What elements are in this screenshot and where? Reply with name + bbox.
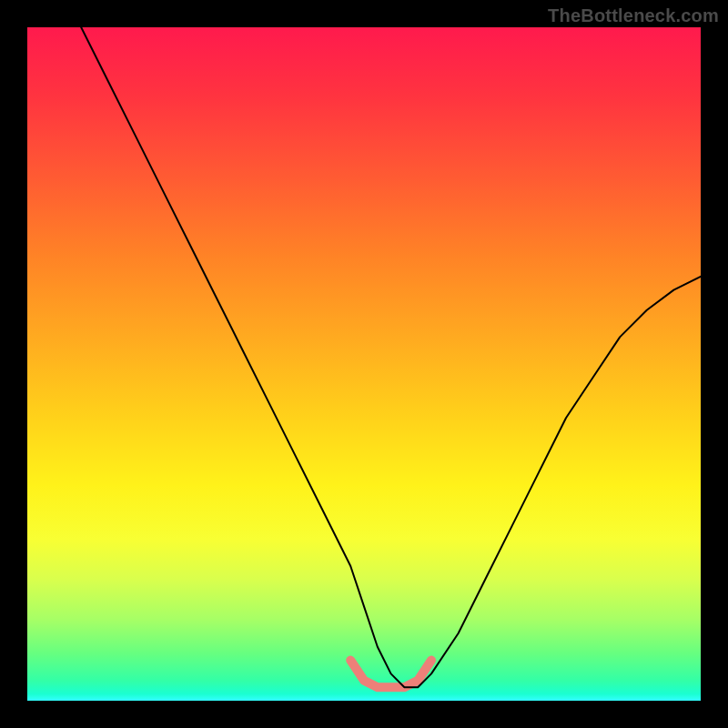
curve-layer bbox=[27, 27, 701, 701]
watermark-text: TheBottleneck.com bbox=[548, 5, 719, 26]
plot-area bbox=[27, 27, 701, 701]
chart-frame: TheBottleneck.com bbox=[0, 0, 728, 728]
main-curve bbox=[81, 27, 701, 687]
